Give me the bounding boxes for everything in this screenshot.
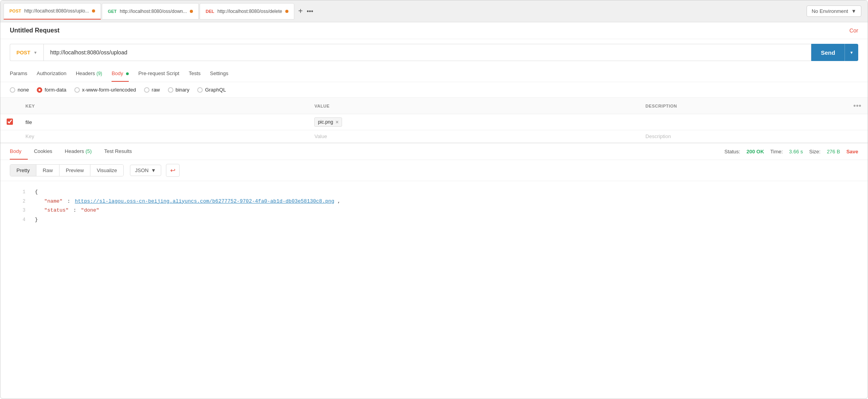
form-data-table: KEY VALUE DESCRIPTION ••• file pic.png ×	[0, 98, 868, 143]
tab-params[interactable]: Params	[10, 66, 27, 82]
body-type-form-data[interactable]: form-data	[37, 87, 67, 93]
size-label: Size:	[809, 149, 821, 155]
resp-tab-headers[interactable]: Headers (5)	[65, 144, 98, 160]
body-type-raw[interactable]: raw	[144, 87, 160, 93]
save-response-button[interactable]: Save	[846, 149, 858, 155]
placeholder-desc-cell[interactable]: Description	[639, 130, 847, 143]
size-value: 276 B	[827, 149, 840, 155]
headers-badge: (9)	[96, 71, 102, 76]
tab-get-download[interactable]: GET http://localhost:8080/oss/down...	[102, 3, 199, 20]
body-type-urlencoded[interactable]: x-www-form-urlencoded	[74, 87, 136, 93]
tab-unsaved-dot-3	[285, 10, 288, 13]
json-line-3: 3 "status" : "done"	[10, 206, 858, 215]
placeholder-value-cell[interactable]: Value	[308, 130, 639, 143]
radio-graphql	[197, 87, 203, 93]
url-input[interactable]	[43, 44, 811, 61]
response-tabs-bar: Body Cookies Headers (5) Test Results St…	[0, 144, 868, 160]
tab-tests[interactable]: Tests	[189, 66, 200, 82]
placeholder-key: Key	[25, 133, 34, 139]
status-value: 200 OK	[746, 149, 764, 155]
body-type-graphql[interactable]: GraphQL	[197, 87, 226, 93]
tab-settings[interactable]: Settings	[210, 66, 229, 82]
time-value: 3.66 s	[789, 149, 803, 155]
radio-form-data	[37, 87, 42, 93]
row-value-cell: pic.png ×	[308, 114, 639, 130]
col-more: •••	[847, 98, 868, 114]
tab-actions: + •••	[298, 7, 313, 16]
json-line-2: 2 "name" : https://sl-lagou.oss-cn-beiji…	[10, 197, 858, 206]
tab-unsaved-dot-2	[190, 10, 193, 13]
wrap-button[interactable]: ↩	[166, 164, 180, 177]
view-visualize-button[interactable]: Visualize	[90, 165, 123, 176]
col-description: DESCRIPTION	[639, 98, 847, 114]
file-remove-button[interactable]: ×	[335, 119, 339, 125]
format-label: JSON	[135, 167, 149, 173]
method-selector[interactable]: POST ▼	[10, 44, 43, 61]
view-raw-button[interactable]: Raw	[36, 165, 59, 176]
environment-selector[interactable]: No Environment ▼	[807, 5, 861, 17]
row-checkbox[interactable]	[7, 119, 13, 125]
radio-urlencoded	[74, 87, 80, 93]
tab-url-delete: http://localhost:8080/oss/delete	[217, 9, 282, 14]
request-title-bar: Untitled Request Cor	[0, 22, 868, 39]
tab-bar: POST http://localhost:8080/oss/uplo... G…	[0, 0, 868, 22]
environment-label: No Environment	[812, 8, 848, 14]
method-dropdown-arrow: ▼	[33, 50, 37, 55]
tab-headers[interactable]: Headers (9)	[76, 66, 102, 82]
col-checkbox	[0, 98, 19, 114]
radio-binary	[168, 87, 173, 93]
json-viewer: 1 { 2 "name" : https://sl-lagou.oss-cn-b…	[0, 181, 868, 230]
resp-tab-cookies[interactable]: Cookies	[34, 144, 59, 160]
table-row: file pic.png ×	[0, 114, 868, 130]
method-label: POST	[16, 50, 30, 56]
chevron-down-icon: ▼	[851, 8, 856, 14]
url-bar: POST ▼ Send ▼	[0, 39, 868, 66]
row-more-cell	[847, 114, 868, 130]
json-name-link[interactable]: https://sl-lagou.oss-cn-beijing.aliyuncs…	[75, 198, 334, 204]
row-key: file	[25, 119, 32, 125]
corner-label: Cor	[849, 27, 858, 34]
view-preview-button[interactable]: Preview	[59, 165, 90, 176]
col-value: VALUE	[308, 98, 639, 114]
body-type-none[interactable]: none	[10, 87, 29, 93]
tab-pre-request-script[interactable]: Pre-request Script	[138, 66, 179, 82]
row-desc-cell	[639, 114, 847, 130]
tab-url-download: http://localhost:8080/oss/down...	[120, 9, 187, 14]
time-label: Time:	[770, 149, 783, 155]
placeholder-key-cell[interactable]: Key	[19, 130, 308, 143]
tab-del-delete[interactable]: DEL http://localhost:8080/oss/delete	[200, 3, 294, 20]
body-type-binary[interactable]: binary	[168, 87, 189, 93]
row-checkbox-cell	[0, 114, 19, 130]
resp-tab-body[interactable]: Body	[10, 144, 28, 160]
send-button-label: Send	[811, 44, 845, 61]
view-button-group: Pretty Raw Preview Visualize	[10, 164, 124, 176]
table-more-icon[interactable]: •••	[854, 102, 861, 110]
request-title: Untitled Request	[10, 27, 59, 34]
format-dropdown-arrow: ▼	[151, 167, 156, 173]
response-section: Body Cookies Headers (5) Test Results St…	[0, 143, 868, 230]
tab-authorization[interactable]: Authorization	[37, 66, 67, 82]
row-key-cell: file	[19, 114, 308, 130]
send-button[interactable]: Send ▼	[811, 44, 858, 61]
more-tabs-button[interactable]: •••	[307, 8, 313, 15]
send-dropdown-arrow[interactable]: ▼	[845, 44, 858, 61]
radio-raw	[144, 87, 149, 93]
json-line-1: 1 {	[10, 187, 858, 197]
tab-unsaved-dot	[92, 9, 95, 13]
response-status-bar: Status: 200 OK Time: 3.66 s Size: 276 B …	[724, 149, 858, 155]
resp-tab-test-results[interactable]: Test Results	[104, 144, 138, 160]
status-label: Status:	[724, 149, 740, 155]
col-key: KEY	[19, 98, 308, 114]
placeholder-checkbox-cell	[0, 130, 19, 143]
format-selector[interactable]: JSON ▼	[130, 165, 161, 176]
body-type-bar: none form-data x-www-form-urlencoded raw…	[0, 82, 868, 98]
tab-post-upload[interactable]: POST http://localhost:8080/oss/uplo...	[4, 3, 101, 20]
response-toolbar: Pretty Raw Preview Visualize JSON ▼ ↩	[0, 160, 868, 181]
radio-none	[10, 87, 15, 93]
file-tag: pic.png ×	[314, 117, 342, 127]
tab-body[interactable]: Body	[112, 66, 129, 82]
view-pretty-button[interactable]: Pretty	[10, 165, 36, 176]
placeholder-more-cell	[847, 130, 868, 143]
add-tab-button[interactable]: +	[298, 7, 303, 16]
table-placeholder-row: Key Value Description	[0, 130, 868, 143]
